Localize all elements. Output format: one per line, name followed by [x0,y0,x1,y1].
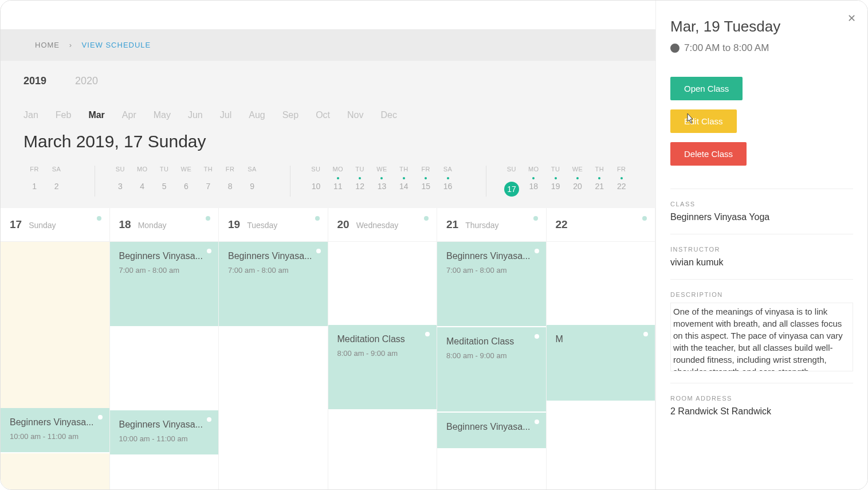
event-title: Beginners Vinyasa... [228,251,319,261]
breadcrumb-home[interactable]: HOME [35,41,60,49]
month-aug[interactable]: Aug [249,110,265,120]
daystrip-day-11[interactable]: MO11 [327,166,349,197]
day-header: 22 [547,208,655,242]
daystrip-day-13[interactable]: WE13 [371,166,392,197]
event-title: Beginners Vinyasa... [119,420,210,430]
event-title: Meditation Class [446,336,537,347]
daystrip-day-7[interactable]: TH7 [197,166,219,197]
day-column-19: 19TuesdayBeginners Vinyasa...7:00 am - 8… [219,208,328,489]
event-dot-icon [425,332,430,336]
daystrip-day-14[interactable]: TH14 [393,166,415,197]
daystrip-day-8[interactable]: FR8 [219,166,241,197]
month-may[interactable]: May [154,110,171,120]
event-card[interactable]: Beginners Vinyasa...7:00 am - 8:00 am [437,242,546,327]
event-title: M [556,334,646,344]
event-card[interactable]: Beginners Vinyasa...10:00 am - 11:00 am [1,408,109,453]
event-card[interactable]: Beginners Vinyasa...7:00 am - 8:00 am [219,242,328,327]
edit-class-button[interactable]: Edit Class [670,109,737,133]
day-header: 21Thursday [437,208,546,242]
class-value: Beginners Vinyasa Yoga [670,212,853,222]
day-column-20: 20WednesdayMeditation Class8:00 am - 9:0… [328,208,438,489]
month-jun[interactable]: Jun [188,110,203,120]
day-strip: FR1SA2SU3MO4TU5WE6TH7FR8SA9SU10MO11TU12W… [23,166,633,208]
event-title: Beginners Vinyasa... [446,251,537,261]
day-column-21: 21ThursdayBeginners Vinyasa...7:00 am - … [437,208,547,489]
daystrip-day-4[interactable]: MO4 [131,166,153,197]
month-selector: JanFebMarAprMayJunJulAugSepOctNovDec [23,96,633,126]
daystrip-day-9[interactable]: SA9 [241,166,263,197]
year-selector: 20192020 [23,66,633,96]
month-sep[interactable]: Sep [282,110,299,120]
year-2020[interactable]: 2020 [75,75,98,87]
sidebar-time-text: 7:00 AM to 8:00 AM [684,42,769,54]
day-column-18: 18MondayBeginners Vinyasa...7:00 am - 8:… [110,208,219,489]
event-card[interactable]: Meditation Class8:00 am - 9:00 am [328,325,437,410]
event-dot-icon [207,249,211,253]
open-class-button[interactable]: Open Class [670,77,743,100]
day-column-22: 22M [547,208,656,489]
event-time: 10:00 am - 11:00 am [10,432,100,441]
daystrip-day-22[interactable]: FR22 [611,166,633,197]
event-card[interactable]: Beginners Vinyasa...10:00 am - 11:00 am [110,410,219,456]
status-dot-icon [642,216,647,221]
status-dot-icon [206,216,210,221]
daystrip-day-17[interactable]: SU17 [501,166,523,197]
breadcrumb-current[interactable]: VIEW SCHEDULE [82,41,151,49]
sidebar-date: Mar, 19 Tuesday [670,18,853,36]
daystrip-day-12[interactable]: TU12 [349,166,371,197]
daystrip-day-3[interactable]: SU3 [109,166,131,197]
breadcrumb: HOME › VIEW SCHEDULE [1,29,655,61]
event-dot-icon [316,249,321,253]
description-value[interactable]: One of the meanings of vinyasa is to lin… [670,303,853,371]
close-icon[interactable]: ✕ [847,12,856,25]
event-card[interactable]: Beginners Vinyasa... [437,413,546,449]
month-dec[interactable]: Dec [381,110,397,120]
event-time: 7:00 am - 8:00 am [446,266,537,275]
instructor-label: INSTRUCTOR [670,246,853,253]
event-dot-icon [535,334,539,339]
delete-class-button[interactable]: Delete Class [670,142,747,166]
description-label: DESCRIPTION [670,291,853,298]
daystrip-day-16[interactable]: SA16 [437,166,458,197]
month-nov[interactable]: Nov [347,110,363,120]
month-jan[interactable]: Jan [23,110,38,120]
day-header: 20Wednesday [328,208,437,242]
event-dot-icon [535,249,539,253]
daystrip-day-5[interactable]: TU5 [153,166,175,197]
event-card[interactable]: M [547,325,655,402]
daystrip-day-2[interactable]: SA2 [45,166,67,197]
daystrip-day-21[interactable]: TH21 [588,166,610,197]
month-jul[interactable]: Jul [220,110,231,120]
event-title: Beginners Vinyasa... [10,417,100,428]
month-feb[interactable]: Feb [56,110,72,120]
daystrip-day-1[interactable]: FR1 [23,166,45,197]
day-header: 18Monday [110,208,219,242]
event-dot-icon [207,417,211,422]
daystrip-day-15[interactable]: FR15 [415,166,437,197]
year-2019[interactable]: 2019 [23,75,46,87]
instructor-value: vivian kumuk [670,257,853,268]
status-dot-icon [424,216,429,221]
daystrip-day-20[interactable]: WE20 [567,166,588,197]
daystrip-day-6[interactable]: WE6 [175,166,197,197]
day-header: 17Sunday [1,208,109,242]
event-time: 8:00 am - 9:00 am [446,351,537,360]
event-time: 10:00 am - 11:00 am [119,434,210,443]
event-time: 8:00 am - 9:00 am [337,349,428,358]
top-bar [1,1,655,29]
address-value: 2 Randwick St Randwick [670,406,853,417]
daystrip-day-10[interactable]: SU10 [305,166,327,197]
month-apr[interactable]: Apr [122,110,136,120]
event-title: Beginners Vinyasa... [119,251,210,261]
event-dot-icon [535,420,539,424]
status-dot-icon [97,216,101,221]
month-mar[interactable]: Mar [88,110,104,120]
daystrip-day-19[interactable]: TU19 [544,166,566,197]
daystrip-day-18[interactable]: MO18 [523,166,544,197]
event-card[interactable]: Beginners Vinyasa...7:00 am - 8:00 am [110,242,219,327]
event-card[interactable]: Meditation Class8:00 am - 9:00 am [437,327,546,413]
chevron-right-icon: › [69,41,72,49]
event-dot-icon [643,332,648,336]
calendar-body: 17SundayBeginners Vinyasa...10:00 am - 1… [1,208,655,489]
month-oct[interactable]: Oct [316,110,330,120]
